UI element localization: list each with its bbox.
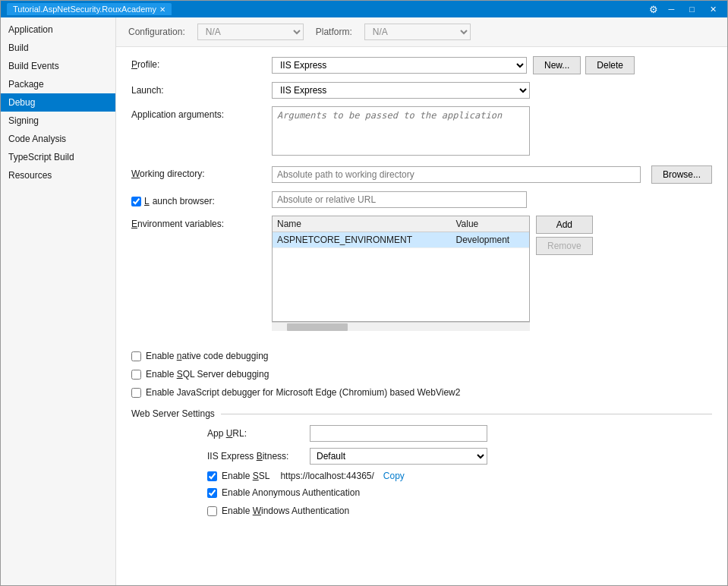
env-col-name: Name [273, 216, 451, 232]
ssl-url: https://localhost:44365/ [280, 471, 373, 481]
section-divider-line [221, 414, 712, 414]
app-args-control [272, 106, 712, 158]
sidebar: Application Build Build Events Package D… [1, 17, 116, 585]
env-table-container: Name Value ASPNETCORE_ENVIRONMENT Develo [272, 216, 530, 331]
ssl-copy-link[interactable]: Copy [383, 471, 405, 481]
maximize-button[interactable]: □ [685, 2, 699, 17]
sidebar-item-build[interactable]: Build [1, 39, 115, 57]
anon-auth-checkbox[interactable] [207, 488, 217, 498]
titlebar: Tutorial.AspNetSecurity.RouxAcademy ✕ ⚙ … [1, 1, 727, 17]
launch-browser-label-area: Launch browser: [131, 193, 272, 206]
working-dir-row: Working directory: Browse... [131, 165, 712, 184]
native-debug-checkbox[interactable] [131, 351, 141, 361]
env-row-value: Development [451, 232, 529, 248]
env-vars-table: Name Value ASPNETCORE_ENVIRONMENT Develo [273, 216, 529, 248]
sidebar-item-package[interactable]: Package [1, 75, 115, 93]
sidebar-item-code-analysis[interactable]: Code Analysis [1, 130, 115, 148]
tab-close-icon[interactable]: ✕ [159, 5, 165, 14]
web-server-header: Web Server Settings [131, 408, 712, 419]
ssl-row: Enable SSL https://localhost:44365/ Copy [207, 471, 712, 481]
launch-browser-checkbox-label[interactable]: Launch browser: [131, 196, 272, 206]
env-vars-label: Environment variables: [131, 216, 272, 229]
windows-auth-row: Enable Windows Authentication [207, 506, 712, 516]
minimize-button[interactable]: ─ [664, 2, 679, 17]
app-args-label: Application arguments: [131, 106, 272, 120]
js-debug-row: Enable JavaScript debugger for Microsoft… [131, 387, 712, 398]
launch-label: Launch: [131, 82, 272, 96]
content-area: Configuration: N/A Platform: N/A Profile… [116, 17, 727, 585]
web-server-section: Web Server Settings App URL: http://loca… [116, 408, 727, 533]
configuration-select[interactable]: N/A [197, 24, 304, 40]
launch-control: IIS Express [272, 82, 712, 99]
app-url-label: App URL: [207, 428, 310, 439]
main-layout: Application Build Build Events Package D… [1, 17, 727, 585]
sql-debug-label[interactable]: Enable SQL Server debugging [146, 369, 269, 380]
form-area: Profile: IIS Express New... Delete [116, 47, 727, 348]
launch-row: Launch: IIS Express [131, 82, 712, 99]
app-args-row: Application arguments: [131, 106, 712, 158]
launch-browser-url-control [272, 191, 712, 208]
close-button[interactable]: ✕ [705, 2, 721, 17]
env-row-name: ASPNETCORE_ENVIRONMENT [273, 232, 451, 248]
sidebar-item-debug[interactable]: Debug [1, 93, 115, 112]
configuration-label: Configuration: [128, 27, 185, 37]
launch-browser-url-input[interactable] [272, 191, 527, 208]
js-debug-checkbox[interactable] [131, 388, 141, 398]
config-bar: Configuration: N/A Platform: N/A [116, 17, 727, 47]
working-dir-input[interactable] [272, 166, 641, 183]
working-dir-label: Working directory: [131, 165, 272, 179]
sidebar-item-resources[interactable]: Resources [1, 166, 115, 184]
web-server-title: Web Server Settings [131, 408, 215, 419]
env-horizontal-scrollbar[interactable] [272, 322, 530, 331]
new-button[interactable]: New... [533, 56, 581, 74]
remove-env-button[interactable]: Remove [536, 237, 593, 255]
env-table-wrapper: Name Value ASPNETCORE_ENVIRONMENT Develo [272, 216, 530, 322]
titlebar-controls: ⚙ ─ □ ✕ [649, 2, 721, 17]
native-debug-row: Enable native code debugging [131, 351, 712, 361]
gear-icon[interactable]: ⚙ [649, 4, 658, 15]
iis-bitness-label: IIS Express Bitness: [207, 451, 310, 462]
env-vars-control: Name Value ASPNETCORE_ENVIRONMENT Develo [272, 216, 712, 331]
env-vars-row: Environment variables: Name Value [131, 216, 712, 331]
tab-title: Tutorial.AspNetSecurity.RouxAcademy [13, 5, 156, 14]
platform-label: Platform: [316, 27, 352, 37]
env-action-buttons: Add Remove [536, 216, 593, 255]
sql-debug-checkbox[interactable] [131, 370, 141, 380]
sidebar-item-signing[interactable]: Signing [1, 112, 115, 130]
delete-button[interactable]: Delete [585, 56, 635, 74]
add-env-button[interactable]: Add [536, 216, 593, 234]
sidebar-item-application[interactable]: Application [1, 20, 115, 39]
native-debug-label[interactable]: Enable native code debugging [146, 351, 268, 361]
main-window: Tutorial.AspNetSecurity.RouxAcademy ✕ ⚙ … [0, 0, 728, 586]
ssl-checkbox[interactable] [207, 471, 217, 481]
table-row[interactable]: ASPNETCORE_ENVIRONMENT Development [273, 232, 529, 248]
iis-bitness-row: IIS Express Bitness: Default [207, 448, 712, 465]
anon-auth-label[interactable]: Enable Anonymous Authentication [222, 487, 360, 498]
js-debug-label[interactable]: Enable JavaScript debugger for Microsoft… [146, 387, 460, 398]
checkboxes-section: Enable native code debugging Enable SQL … [116, 348, 727, 408]
anon-auth-row: Enable Anonymous Authentication [207, 487, 712, 498]
profile-row: Profile: IIS Express New... Delete [131, 56, 712, 74]
iis-bitness-select[interactable]: Default [310, 448, 487, 465]
app-url-row: App URL: http://localhost:40992/ [207, 425, 712, 442]
app-url-input[interactable]: http://localhost:40992/ [310, 425, 487, 442]
windows-auth-checkbox[interactable] [207, 506, 217, 516]
browse-button[interactable]: Browse... [651, 165, 712, 184]
titlebar-tab[interactable]: Tutorial.AspNetSecurity.RouxAcademy ✕ [7, 3, 172, 15]
ssl-label[interactable]: Enable SSL [222, 471, 269, 481]
app-args-textarea[interactable] [272, 106, 530, 156]
env-col-value: Value [451, 216, 529, 232]
sidebar-item-typescript-build[interactable]: TypeScript Build [1, 148, 115, 166]
sidebar-item-build-events[interactable]: Build Events [1, 57, 115, 75]
launch-browser-checkbox[interactable] [131, 197, 141, 206]
launch-select[interactable]: IIS Express [272, 82, 530, 99]
env-scrollbar-thumb[interactable] [287, 323, 348, 331]
titlebar-left: Tutorial.AspNetSecurity.RouxAcademy ✕ [7, 3, 172, 15]
working-dir-control: Browse... [272, 165, 712, 184]
profile-control: IIS Express New... Delete [272, 56, 712, 74]
profile-select[interactable]: IIS Express [272, 57, 527, 74]
windows-auth-label[interactable]: Enable Windows Authentication [222, 506, 349, 516]
profile-buttons: New... Delete [533, 56, 635, 74]
platform-select[interactable]: N/A [364, 24, 471, 40]
profile-label: Profile: [131, 56, 272, 70]
